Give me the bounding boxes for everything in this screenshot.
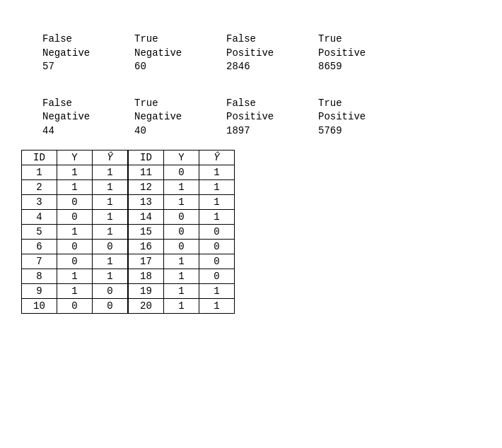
model-b-tables: ID Y Ŷ 1112113014015116007018119101000 I…	[21, 150, 488, 314]
validate-fn-value: 44	[42, 124, 134, 138]
train-metric-fn: False Negative 57	[42, 33, 134, 74]
train-fn-label1: False	[42, 33, 134, 47]
validate-fn-label2: Negative	[42, 110, 134, 124]
table-row: 1500	[129, 224, 235, 239]
train-tn-label1: True	[134, 33, 226, 47]
table-row: 1311	[129, 194, 235, 209]
table-row: 1401	[129, 209, 235, 224]
validate-metric-tp: True Positive 5769	[318, 97, 410, 138]
validate-tp-label1: True	[318, 97, 410, 111]
table-row: 511	[22, 224, 128, 239]
train-block: False Negative 57 True Negative 60 False…	[42, 21, 488, 138]
validate-metric-tn: True Negative 40	[134, 97, 226, 138]
col-y-left: Y	[57, 150, 93, 165]
validate-tn-label1: True	[134, 97, 226, 111]
train-tp-label2: Positive	[318, 47, 410, 61]
model-b-table-right: ID Y Ŷ 110112111311140115001600171018101…	[128, 150, 235, 314]
train-tp-value: 8659	[318, 60, 410, 74]
validate-fp-label1: False	[226, 97, 318, 111]
train-metric-tn: True Negative 60	[134, 33, 226, 74]
col-id-right: ID	[129, 150, 164, 165]
table-row: 211	[22, 179, 128, 194]
train-tn-value: 60	[134, 60, 226, 74]
table-row: 910	[22, 283, 128, 298]
table-row: 301	[22, 194, 128, 209]
table-row: 1710	[129, 254, 235, 269]
col-yhat-left: Ŷ	[93, 150, 128, 165]
table-row: 111	[22, 165, 128, 179]
table-row: 1600	[129, 239, 235, 254]
table-row: 401	[22, 209, 128, 224]
table-row: 1911	[129, 283, 235, 298]
validate-fp-value: 1897	[226, 124, 318, 138]
validate-metric-fn: False Negative 44	[42, 97, 134, 138]
validate-metric-fp: False Positive 1897	[226, 97, 318, 138]
validate-fn-label1: False	[42, 97, 134, 111]
validate-tn-label2: Negative	[134, 110, 226, 124]
train-fn-label2: Negative	[42, 47, 134, 61]
train-fp-value: 2846	[226, 60, 318, 74]
table-row: 1211	[129, 179, 235, 194]
train-metrics-row: False Negative 57 True Negative 60 False…	[42, 33, 488, 74]
table-row: 811	[22, 269, 128, 283]
table-row: 701	[22, 254, 128, 269]
train-metric-fp: False Positive 2846	[226, 33, 318, 74]
table-row: 1810	[129, 269, 235, 283]
col-id-left: ID	[22, 150, 57, 165]
train-tp-label1: True	[318, 33, 410, 47]
train-fp-label2: Positive	[226, 47, 318, 61]
train-metric-tp: True Positive 8659	[318, 33, 410, 74]
col-y-right: Y	[164, 150, 199, 165]
validate-tn-value: 40	[134, 124, 226, 138]
model-b-table-left: ID Y Ŷ 1112113014015116007018119101000	[21, 150, 128, 314]
table-row: 2011	[129, 298, 235, 313]
train-fp-label1: False	[226, 33, 318, 47]
table-row: 1000	[22, 298, 128, 313]
validate-tp-value: 5769	[318, 124, 410, 138]
validate-fp-label2: Positive	[226, 110, 318, 124]
table-row: 1101	[129, 165, 235, 179]
train-fn-value: 57	[42, 60, 134, 74]
col-yhat-right: Ŷ	[199, 150, 235, 165]
train-tn-label2: Negative	[134, 47, 226, 61]
validate-metrics-row: False Negative 44 True Negative 40 False…	[42, 97, 488, 138]
validate-tp-label2: Positive	[318, 110, 410, 124]
table-row: 600	[22, 239, 128, 254]
